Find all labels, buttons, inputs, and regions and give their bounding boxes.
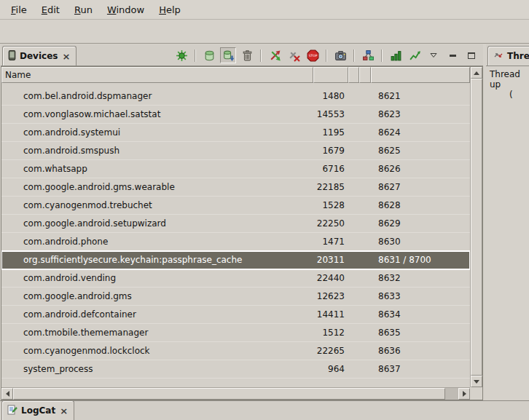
table-row[interactable]: com.google.android.gms 12623 8633 [1,288,470,306]
process-name: com.google.android.gms [1,291,313,301]
menu-window[interactable]: Window [100,1,152,18]
process-port: 8621 [371,91,470,101]
scroll-up-icon[interactable] [471,67,482,79]
scroll-down-icon[interactable] [471,376,482,387]
process-name: com.vonglasow.michael.satstat [1,109,313,119]
process-pid: 1471 [313,237,348,247]
table-row[interactable]: com.vonglasow.michael.satstat 14553 8623 [1,106,470,124]
name-column-header[interactable]: Name [1,67,313,83]
process-pid: 964 [313,364,348,374]
threads-icon [493,50,503,63]
process-port: 8635 [371,328,470,338]
update-heap-icon[interactable] [201,47,217,63]
process-port: 8624 [371,127,470,138]
horizontal-scroll-thumb[interactable] [13,388,445,400]
tab-devices[interactable]: Devices × [2,46,77,66]
view-menu-icon[interactable] [426,47,442,63]
close-icon[interactable]: × [61,52,71,61]
menu-run[interactable]: Run [67,1,100,18]
process-pid: 1679 [313,146,348,156]
table-row[interactable]: com.bel.android.dspmanager 1480 8621 [1,87,470,106]
dump-view-hierarchy-icon[interactable] [360,47,376,63]
threads-message-line2: ( [509,90,529,100]
horizontal-scrollbar[interactable] [1,387,470,400]
table-row[interactable]: com.android.systemui 1195 8624 [1,124,470,142]
table-row[interactable]: system_process 964 8637 [1,360,470,379]
devices-toolbar: STOP [173,47,479,63]
cause-gc-icon[interactable] [239,47,255,63]
tab-threads[interactable]: Threads [487,46,529,66]
table-row[interactable]: com.android.vending 22440 8632 [1,269,470,288]
start-method-profiling-icon[interactable] [286,47,302,63]
table-row[interactable]: com.cyanogenmod.trebuchet 1528 8628 [1,197,470,215]
devices-panel: Devices × [1,44,483,400]
toolbar-separator [381,49,383,62]
table-row[interactable]: com.android.defcontainer 14411 8634 [1,306,470,324]
bottom-bar: LogCat × [0,400,529,420]
process-port: 8627 [371,182,470,192]
table-row[interactable]: com.android.phone 1471 8630 [1,233,470,251]
scroll-right-icon[interactable] [458,388,470,400]
process-port: 8636 [371,346,470,356]
minimize-icon[interactable] [444,47,461,63]
logcat-icon [7,405,17,417]
process-name: com.google.android.gms.wearable [1,182,313,192]
table-row[interactable]: org.sufficientlysecure.keychain:passphra… [1,251,470,269]
process-name: com.android.smspush [1,146,313,156]
menu-edit[interactable]: Edit [34,1,67,18]
debug-process-icon[interactable] [173,47,189,63]
vertical-scrollbar[interactable] [470,67,482,387]
devices-tabbar: Devices × [1,44,483,66]
process-name: com.android.vending [1,273,313,283]
process-pid: 22250 [313,218,348,229]
table-row[interactable]: com.google.android.gms.wearable 22185 86… [1,178,470,197]
device-table: Name com.bel.android.dspmanager 1480 862… [1,66,483,400]
maximize-icon[interactable] [463,47,479,63]
process-port: 8632 [371,273,470,283]
process-port: 8630 [371,237,470,247]
process-pid: 1195 [313,127,348,138]
empty-toolbar-strip [0,20,529,44]
vertical-scroll-thumb[interactable] [471,79,482,376]
threads-tabbar: Threads [486,44,529,66]
close-icon[interactable]: × [59,406,68,416]
process-pid: 14411 [313,309,348,320]
process-port: 8637 [371,364,470,374]
process-pid: 1528 [313,200,348,210]
update-threads-icon[interactable] [267,47,283,63]
screen-capture-icon[interactable] [332,47,348,63]
network-stats-icon[interactable] [407,47,423,63]
tab-logcat[interactable]: LogCat × [1,400,74,420]
menu-file[interactable]: File [4,1,34,18]
scroll-left-icon[interactable] [1,388,13,400]
table-row[interactable]: com.tmobile.thememanager 1512 8635 [1,324,470,342]
port-column-header[interactable] [371,67,470,83]
tab-logcat-label: LogCat [21,405,55,416]
process-port: 8629 [371,218,470,229]
process-name: com.google.android.setupwizard [1,218,313,229]
process-pid: 22265 [313,346,348,356]
table-row[interactable]: com.google.android.setupwizard 22250 862… [1,215,470,233]
table-row[interactable]: com.whatsapp 6716 8626 [1,160,470,178]
heap-indicator-column-header[interactable] [348,67,359,83]
process-pid: 1512 [313,328,348,338]
menu-help[interactable]: Help [152,1,188,18]
stop-process-icon[interactable]: STOP [305,47,321,63]
process-port: 8623 [371,109,470,119]
pid-column-header[interactable] [313,67,348,83]
main-area: Devices × [0,44,529,400]
process-name: com.bel.android.dspmanager [1,91,313,101]
thread-indicator-column-header[interactable] [359,67,371,83]
menubar: File Edit Run Window Help [0,0,529,20]
allocation-tracker-icon[interactable] [388,47,404,63]
process-port: 8633 [371,291,470,301]
process-name: com.android.defcontainer [1,309,313,320]
process-name: com.cyanogenmod.lockclock [1,346,313,356]
table-row[interactable]: com.cyanogenmod.lockclock 22265 8636 [1,342,470,360]
table-row[interactable]: com.android.smspush 1679 8625 [1,142,470,160]
dump-hprof-icon[interactable] [220,47,236,63]
toolbar-separator [260,49,262,62]
device-table-body: com.bel.android.dspmanager 1480 8621 com… [1,83,470,387]
stop-label: STOP [308,54,317,58]
process-pid: 20311 [313,255,348,265]
